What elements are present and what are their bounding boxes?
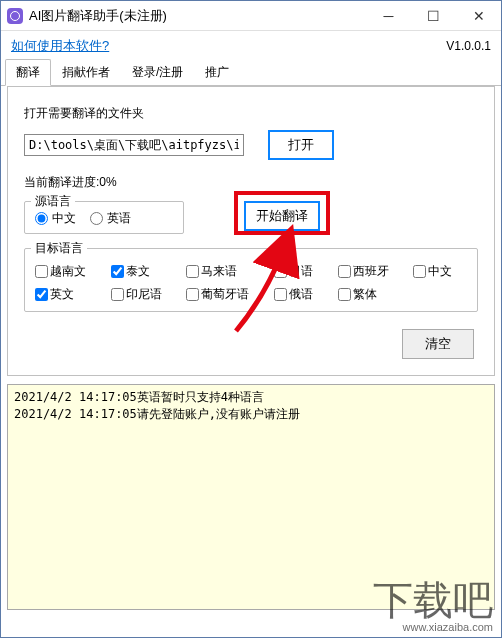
check-pt[interactable]: 葡萄牙语: [186, 286, 264, 303]
log-output[interactable]: 2021/4/2 14:17:05英语暂时只支持4种语言 2021/4/2 14…: [7, 384, 495, 610]
radio-zh-label: 中文: [52, 210, 76, 227]
target-language-label: 目标语言: [31, 240, 87, 257]
check-th-input[interactable]: [111, 265, 124, 278]
check-th[interactable]: 泰文: [111, 263, 177, 280]
folder-path-input[interactable]: [24, 134, 244, 156]
minimize-button[interactable]: ─: [366, 1, 411, 30]
check-en[interactable]: 英文: [35, 286, 101, 303]
check-th-label: 泰文: [126, 263, 150, 280]
maximize-button[interactable]: ☐: [411, 1, 456, 30]
check-vi-input[interactable]: [35, 265, 48, 278]
open-button[interactable]: 打开: [268, 130, 334, 160]
log-line-1: 2021/4/2 14:17:05请先登陆账户,没有账户请注册: [14, 407, 300, 421]
check-id-label: 印尼语: [126, 286, 162, 303]
tab-promo[interactable]: 推广: [194, 59, 240, 86]
check-id[interactable]: 印尼语: [111, 286, 177, 303]
check-es-input[interactable]: [338, 265, 351, 278]
check-ja[interactable]: 日语: [274, 263, 328, 280]
clear-button[interactable]: 清空: [402, 329, 474, 359]
source-language-label: 源语言: [31, 193, 75, 210]
app-icon: [7, 8, 23, 24]
check-ja-input[interactable]: [274, 265, 287, 278]
close-button[interactable]: ✕: [456, 1, 501, 30]
check-zht-input[interactable]: [338, 288, 351, 301]
check-ru[interactable]: 俄语: [274, 286, 328, 303]
check-en-label: 英文: [50, 286, 74, 303]
progress-label: 当前翻译进度:0%: [24, 174, 478, 191]
check-es-label: 西班牙: [353, 263, 389, 280]
check-zht-label: 繁体: [353, 286, 377, 303]
topbar: 如何使用本软件? V1.0.0.1: [1, 31, 501, 57]
check-pt-input[interactable]: [186, 288, 199, 301]
check-en-input[interactable]: [35, 288, 48, 301]
check-ms-input[interactable]: [186, 265, 199, 278]
start-button-wrap: 开始翻译: [244, 201, 320, 231]
tabs: 翻译 捐献作者 登录/注册 推广: [1, 59, 501, 86]
check-zh-input[interactable]: [413, 265, 426, 278]
check-ru-input[interactable]: [274, 288, 287, 301]
check-zh-label: 中文: [428, 263, 452, 280]
titlebar: AI图片翻译助手(未注册) ─ ☐ ✕: [1, 1, 501, 31]
radio-en[interactable]: 英语: [90, 210, 131, 227]
tab-translate[interactable]: 翻译: [5, 59, 51, 86]
radio-zh-input[interactable]: [35, 212, 48, 225]
check-ms-label: 马来语: [201, 263, 237, 280]
main-panel: 打开需要翻译的文件夹 打开 当前翻译进度:0% 源语言 中文 英语 开始翻译: [7, 86, 495, 376]
version-label: V1.0.0.1: [446, 39, 491, 53]
check-ja-label: 日语: [289, 263, 313, 280]
check-zht[interactable]: 繁体: [338, 286, 404, 303]
check-es[interactable]: 西班牙: [338, 263, 404, 280]
check-vi-label: 越南文: [50, 263, 86, 280]
window-controls: ─ ☐ ✕: [366, 1, 501, 30]
check-ms[interactable]: 马来语: [186, 263, 264, 280]
radio-en-label: 英语: [107, 210, 131, 227]
tab-login[interactable]: 登录/注册: [121, 59, 194, 86]
check-pt-label: 葡萄牙语: [201, 286, 249, 303]
check-zh[interactable]: 中文: [413, 263, 467, 280]
target-language-group: 目标语言 越南文 泰文 马来语 日语 西班牙 中文 英文 印尼语 葡萄牙语 俄语…: [24, 248, 478, 312]
tab-donate[interactable]: 捐献作者: [51, 59, 121, 86]
check-id-input[interactable]: [111, 288, 124, 301]
check-vi[interactable]: 越南文: [35, 263, 101, 280]
log-line-0: 2021/4/2 14:17:05英语暂时只支持4种语言: [14, 390, 264, 404]
folder-label: 打开需要翻译的文件夹: [24, 105, 478, 122]
source-language-group: 源语言 中文 英语: [24, 201, 184, 234]
help-link[interactable]: 如何使用本软件?: [11, 37, 109, 55]
radio-en-input[interactable]: [90, 212, 103, 225]
radio-zh[interactable]: 中文: [35, 210, 76, 227]
check-ru-label: 俄语: [289, 286, 313, 303]
window-title: AI图片翻译助手(未注册): [29, 7, 366, 25]
watermark-url: www.xiazaiba.com: [373, 621, 493, 633]
start-translate-button[interactable]: 开始翻译: [244, 201, 320, 231]
